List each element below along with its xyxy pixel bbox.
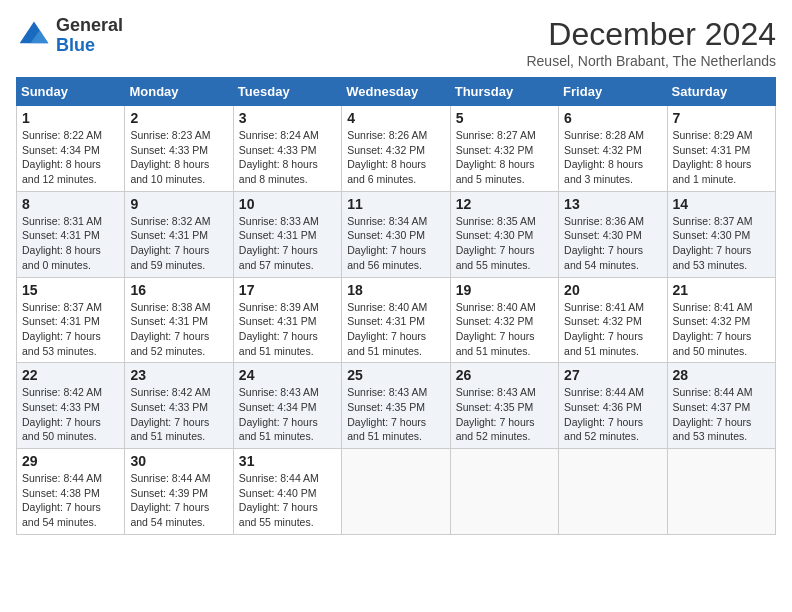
calendar-cell: 2Sunrise: 8:23 AMSunset: 4:33 PMDaylight… bbox=[125, 106, 233, 192]
day-info: Sunrise: 8:31 AMSunset: 4:31 PMDaylight:… bbox=[22, 214, 119, 273]
day-info: Sunrise: 8:42 AMSunset: 4:33 PMDaylight:… bbox=[130, 385, 227, 444]
calendar-cell: 9Sunrise: 8:32 AMSunset: 4:31 PMDaylight… bbox=[125, 191, 233, 277]
day-number: 24 bbox=[239, 367, 336, 383]
calendar-cell: 23Sunrise: 8:42 AMSunset: 4:33 PMDayligh… bbox=[125, 363, 233, 449]
day-number: 26 bbox=[456, 367, 553, 383]
day-info: Sunrise: 8:44 AMSunset: 4:38 PMDaylight:… bbox=[22, 471, 119, 530]
day-number: 9 bbox=[130, 196, 227, 212]
weekday-header-row: SundayMondayTuesdayWednesdayThursdayFrid… bbox=[17, 78, 776, 106]
day-info: Sunrise: 8:22 AMSunset: 4:34 PMDaylight:… bbox=[22, 128, 119, 187]
day-info: Sunrise: 8:34 AMSunset: 4:30 PMDaylight:… bbox=[347, 214, 444, 273]
day-number: 20 bbox=[564, 282, 661, 298]
calendar-cell: 16Sunrise: 8:38 AMSunset: 4:31 PMDayligh… bbox=[125, 277, 233, 363]
day-info: Sunrise: 8:41 AMSunset: 4:32 PMDaylight:… bbox=[564, 300, 661, 359]
day-info: Sunrise: 8:35 AMSunset: 4:30 PMDaylight:… bbox=[456, 214, 553, 273]
calendar-cell: 8Sunrise: 8:31 AMSunset: 4:31 PMDaylight… bbox=[17, 191, 125, 277]
weekday-header-tuesday: Tuesday bbox=[233, 78, 341, 106]
weekday-header-thursday: Thursday bbox=[450, 78, 558, 106]
day-info: Sunrise: 8:32 AMSunset: 4:31 PMDaylight:… bbox=[130, 214, 227, 273]
day-info: Sunrise: 8:38 AMSunset: 4:31 PMDaylight:… bbox=[130, 300, 227, 359]
day-number: 5 bbox=[456, 110, 553, 126]
day-number: 25 bbox=[347, 367, 444, 383]
day-number: 18 bbox=[347, 282, 444, 298]
day-info: Sunrise: 8:44 AMSunset: 4:37 PMDaylight:… bbox=[673, 385, 770, 444]
logo: General Blue bbox=[16, 16, 123, 56]
day-info: Sunrise: 8:33 AMSunset: 4:31 PMDaylight:… bbox=[239, 214, 336, 273]
day-number: 11 bbox=[347, 196, 444, 212]
calendar-cell: 28Sunrise: 8:44 AMSunset: 4:37 PMDayligh… bbox=[667, 363, 775, 449]
logo-icon bbox=[16, 18, 52, 54]
calendar-cell bbox=[667, 449, 775, 535]
calendar-cell: 15Sunrise: 8:37 AMSunset: 4:31 PMDayligh… bbox=[17, 277, 125, 363]
month-title: December 2024 bbox=[526, 16, 776, 53]
weekday-header-monday: Monday bbox=[125, 78, 233, 106]
calendar-cell: 27Sunrise: 8:44 AMSunset: 4:36 PMDayligh… bbox=[559, 363, 667, 449]
day-info: Sunrise: 8:26 AMSunset: 4:32 PMDaylight:… bbox=[347, 128, 444, 187]
day-info: Sunrise: 8:43 AMSunset: 4:35 PMDaylight:… bbox=[347, 385, 444, 444]
day-number: 30 bbox=[130, 453, 227, 469]
page-header: General Blue December 2024 Reusel, North… bbox=[16, 16, 776, 69]
day-number: 3 bbox=[239, 110, 336, 126]
calendar-cell bbox=[342, 449, 450, 535]
calendar-table: SundayMondayTuesdayWednesdayThursdayFrid… bbox=[16, 77, 776, 535]
calendar-cell: 11Sunrise: 8:34 AMSunset: 4:30 PMDayligh… bbox=[342, 191, 450, 277]
calendar-cell: 17Sunrise: 8:39 AMSunset: 4:31 PMDayligh… bbox=[233, 277, 341, 363]
calendar-week-5: 29Sunrise: 8:44 AMSunset: 4:38 PMDayligh… bbox=[17, 449, 776, 535]
calendar-cell: 5Sunrise: 8:27 AMSunset: 4:32 PMDaylight… bbox=[450, 106, 558, 192]
calendar-cell: 4Sunrise: 8:26 AMSunset: 4:32 PMDaylight… bbox=[342, 106, 450, 192]
day-info: Sunrise: 8:40 AMSunset: 4:32 PMDaylight:… bbox=[456, 300, 553, 359]
day-info: Sunrise: 8:29 AMSunset: 4:31 PMDaylight:… bbox=[673, 128, 770, 187]
day-info: Sunrise: 8:44 AMSunset: 4:36 PMDaylight:… bbox=[564, 385, 661, 444]
weekday-header-saturday: Saturday bbox=[667, 78, 775, 106]
calendar-cell: 13Sunrise: 8:36 AMSunset: 4:30 PMDayligh… bbox=[559, 191, 667, 277]
calendar-cell bbox=[450, 449, 558, 535]
calendar-cell: 20Sunrise: 8:41 AMSunset: 4:32 PMDayligh… bbox=[559, 277, 667, 363]
day-number: 12 bbox=[456, 196, 553, 212]
day-number: 1 bbox=[22, 110, 119, 126]
day-number: 8 bbox=[22, 196, 119, 212]
day-info: Sunrise: 8:39 AMSunset: 4:31 PMDaylight:… bbox=[239, 300, 336, 359]
day-info: Sunrise: 8:37 AMSunset: 4:31 PMDaylight:… bbox=[22, 300, 119, 359]
day-info: Sunrise: 8:27 AMSunset: 4:32 PMDaylight:… bbox=[456, 128, 553, 187]
day-info: Sunrise: 8:28 AMSunset: 4:32 PMDaylight:… bbox=[564, 128, 661, 187]
calendar-week-1: 1Sunrise: 8:22 AMSunset: 4:34 PMDaylight… bbox=[17, 106, 776, 192]
day-number: 17 bbox=[239, 282, 336, 298]
calendar-cell: 14Sunrise: 8:37 AMSunset: 4:30 PMDayligh… bbox=[667, 191, 775, 277]
day-info: Sunrise: 8:40 AMSunset: 4:31 PMDaylight:… bbox=[347, 300, 444, 359]
day-number: 21 bbox=[673, 282, 770, 298]
calendar-week-4: 22Sunrise: 8:42 AMSunset: 4:33 PMDayligh… bbox=[17, 363, 776, 449]
calendar-cell: 26Sunrise: 8:43 AMSunset: 4:35 PMDayligh… bbox=[450, 363, 558, 449]
day-number: 23 bbox=[130, 367, 227, 383]
calendar-cell: 30Sunrise: 8:44 AMSunset: 4:39 PMDayligh… bbox=[125, 449, 233, 535]
day-number: 22 bbox=[22, 367, 119, 383]
day-number: 2 bbox=[130, 110, 227, 126]
day-number: 14 bbox=[673, 196, 770, 212]
day-number: 7 bbox=[673, 110, 770, 126]
day-info: Sunrise: 8:24 AMSunset: 4:33 PMDaylight:… bbox=[239, 128, 336, 187]
day-number: 27 bbox=[564, 367, 661, 383]
calendar-cell: 3Sunrise: 8:24 AMSunset: 4:33 PMDaylight… bbox=[233, 106, 341, 192]
location-subtitle: Reusel, North Brabant, The Netherlands bbox=[526, 53, 776, 69]
day-number: 10 bbox=[239, 196, 336, 212]
day-number: 29 bbox=[22, 453, 119, 469]
calendar-cell bbox=[559, 449, 667, 535]
calendar-cell: 29Sunrise: 8:44 AMSunset: 4:38 PMDayligh… bbox=[17, 449, 125, 535]
day-number: 15 bbox=[22, 282, 119, 298]
day-info: Sunrise: 8:23 AMSunset: 4:33 PMDaylight:… bbox=[130, 128, 227, 187]
day-number: 19 bbox=[456, 282, 553, 298]
day-number: 4 bbox=[347, 110, 444, 126]
calendar-cell: 22Sunrise: 8:42 AMSunset: 4:33 PMDayligh… bbox=[17, 363, 125, 449]
weekday-header-wednesday: Wednesday bbox=[342, 78, 450, 106]
calendar-week-3: 15Sunrise: 8:37 AMSunset: 4:31 PMDayligh… bbox=[17, 277, 776, 363]
day-number: 16 bbox=[130, 282, 227, 298]
calendar-cell: 7Sunrise: 8:29 AMSunset: 4:31 PMDaylight… bbox=[667, 106, 775, 192]
calendar-cell: 18Sunrise: 8:40 AMSunset: 4:31 PMDayligh… bbox=[342, 277, 450, 363]
calendar-cell: 25Sunrise: 8:43 AMSunset: 4:35 PMDayligh… bbox=[342, 363, 450, 449]
day-info: Sunrise: 8:36 AMSunset: 4:30 PMDaylight:… bbox=[564, 214, 661, 273]
day-info: Sunrise: 8:43 AMSunset: 4:35 PMDaylight:… bbox=[456, 385, 553, 444]
day-info: Sunrise: 8:37 AMSunset: 4:30 PMDaylight:… bbox=[673, 214, 770, 273]
day-number: 28 bbox=[673, 367, 770, 383]
calendar-cell: 31Sunrise: 8:44 AMSunset: 4:40 PMDayligh… bbox=[233, 449, 341, 535]
calendar-cell: 21Sunrise: 8:41 AMSunset: 4:32 PMDayligh… bbox=[667, 277, 775, 363]
title-block: December 2024 Reusel, North Brabant, The… bbox=[526, 16, 776, 69]
